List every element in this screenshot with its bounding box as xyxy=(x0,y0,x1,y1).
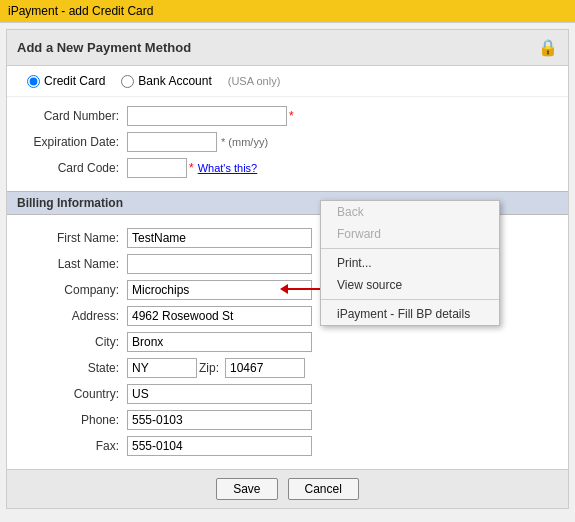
address-input[interactable] xyxy=(127,306,312,326)
card-code-input[interactable] xyxy=(127,158,187,178)
credit-card-radio[interactable] xyxy=(27,75,40,88)
expiration-label: Expiration Date: xyxy=(17,135,127,149)
ctx-print[interactable]: Print... xyxy=(321,252,499,274)
country-input[interactable] xyxy=(127,384,312,404)
zip-input[interactable] xyxy=(225,358,305,378)
ctx-divider-1 xyxy=(321,248,499,249)
footer-bar: Save Cancel xyxy=(7,469,568,508)
phone-label: Phone: xyxy=(17,413,127,427)
payment-type-row: Credit Card Bank Account (USA only) xyxy=(7,66,568,97)
context-menu: Back Forward Print... View source iPayme… xyxy=(320,200,500,326)
company-input[interactable] xyxy=(127,280,312,300)
bank-account-radio[interactable] xyxy=(121,75,134,88)
ctx-ipayment[interactable]: iPayment - Fill BP details xyxy=(321,303,499,325)
last-name-input[interactable] xyxy=(127,254,312,274)
credit-card-label: Credit Card xyxy=(44,74,105,88)
title-bar: iPayment - add Credit Card xyxy=(0,0,575,23)
address-label: Address: xyxy=(17,309,127,323)
country-row: Country: xyxy=(7,381,568,407)
phone-row: Phone: xyxy=(7,407,568,433)
panel-header-title: Add a New Payment Method xyxy=(17,40,191,55)
fax-row: Fax: xyxy=(7,433,568,459)
expiration-input[interactable] xyxy=(127,132,217,152)
state-label: State: xyxy=(17,361,127,375)
card-code-row: Card Code: * What's this? xyxy=(7,155,568,181)
fax-input[interactable] xyxy=(127,436,312,456)
first-name-input[interactable] xyxy=(127,228,312,248)
card-number-row: Card Number: * xyxy=(7,103,568,129)
country-label: Country: xyxy=(17,387,127,401)
title-bar-label: iPayment - add Credit Card xyxy=(8,4,153,18)
last-name-label: Last Name: xyxy=(17,257,127,271)
city-label: City: xyxy=(17,335,127,349)
state-zip-row: State: Zip: xyxy=(7,355,568,381)
usa-only-label: (USA only) xyxy=(228,75,281,87)
ctx-divider-2 xyxy=(321,299,499,300)
ctx-forward: Forward xyxy=(321,223,499,245)
ctx-back: Back xyxy=(321,201,499,223)
city-row: City: xyxy=(7,329,568,355)
expiration-row: Expiration Date: * (mm/yy) xyxy=(7,129,568,155)
save-button[interactable]: Save xyxy=(216,478,277,500)
city-input[interactable] xyxy=(127,332,312,352)
fax-label: Fax: xyxy=(17,439,127,453)
bank-account-option[interactable]: Bank Account xyxy=(121,74,211,88)
cancel-button[interactable]: Cancel xyxy=(288,478,359,500)
lock-icon: 🔒 xyxy=(538,38,558,57)
expiration-hint: * (mm/yy) xyxy=(221,136,268,148)
company-label: Company: xyxy=(17,283,127,297)
card-number-required: * xyxy=(289,109,294,123)
credit-card-option[interactable]: Credit Card xyxy=(27,74,105,88)
card-form-section: Card Number: * Expiration Date: * (mm/yy… xyxy=(7,97,568,187)
bank-account-label: Bank Account xyxy=(138,74,211,88)
state-input[interactable] xyxy=(127,358,197,378)
first-name-label: First Name: xyxy=(17,231,127,245)
whats-this-link[interactable]: What's this? xyxy=(198,162,258,174)
card-code-required: * xyxy=(189,161,194,175)
phone-input[interactable] xyxy=(127,410,312,430)
ctx-view-source[interactable]: View source xyxy=(321,274,499,296)
card-number-input[interactable] xyxy=(127,106,287,126)
card-number-label: Card Number: xyxy=(17,109,127,123)
zip-label: Zip: xyxy=(197,361,225,375)
card-code-label: Card Code: xyxy=(17,161,127,175)
panel-header: Add a New Payment Method 🔒 xyxy=(7,30,568,66)
